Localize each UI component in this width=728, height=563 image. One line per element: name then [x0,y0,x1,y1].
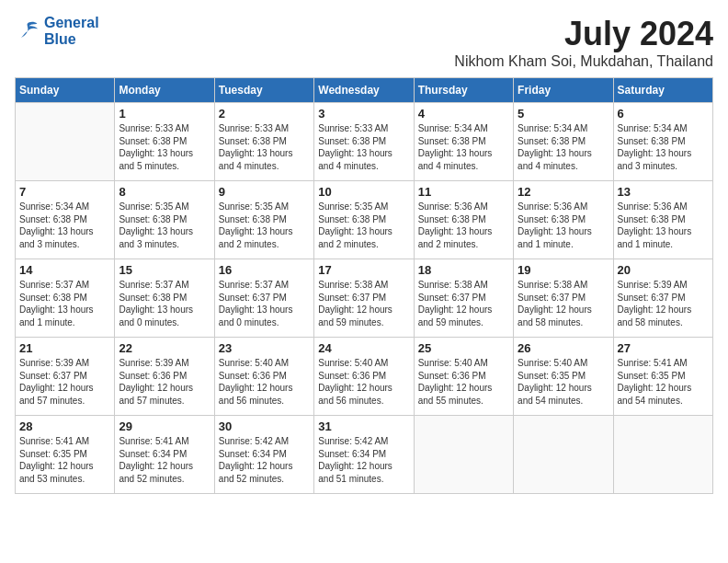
calendar-cell [613,416,712,494]
day-info: Sunrise: 5:40 AMSunset: 6:36 PMDaylight:… [418,357,509,407]
day-number: 16 [219,263,310,277]
day-info: Sunrise: 5:37 AMSunset: 6:38 PMDaylight:… [19,279,110,328]
calendar-week-1: 1Sunrise: 5:33 AMSunset: 6:38 PMDaylight… [16,103,713,181]
calendar-cell: 4Sunrise: 5:34 AMSunset: 6:38 PMDaylight… [414,103,513,181]
calendar-cell: 5Sunrise: 5:34 AMSunset: 6:38 PMDaylight… [514,103,613,181]
day-info: Sunrise: 5:39 AMSunset: 6:36 PMDaylight:… [119,357,210,407]
calendar-cell: 22Sunrise: 5:39 AMSunset: 6:36 PMDayligh… [115,338,214,416]
day-info: Sunrise: 5:38 AMSunset: 6:37 PMDaylight:… [318,279,409,328]
day-number: 15 [119,263,210,277]
day-number: 14 [19,263,110,277]
day-number: 1 [119,107,210,121]
day-info: Sunrise: 5:35 AMSunset: 6:38 PMDaylight:… [119,201,210,250]
calendar-cell: 20Sunrise: 5:39 AMSunset: 6:37 PMDayligh… [613,259,712,338]
day-info: Sunrise: 5:41 AMSunset: 6:35 PMDaylight:… [19,435,110,485]
logo-text: General Blue [44,15,99,47]
calendar-cell: 17Sunrise: 5:38 AMSunset: 6:37 PMDayligh… [314,259,414,338]
calendar-cell: 13Sunrise: 5:36 AMSunset: 6:38 PMDayligh… [613,181,712,259]
day-number: 22 [119,341,210,355]
calendar-header-friday: Friday [514,78,613,103]
logo: General Blue [15,15,99,47]
calendar-cell: 3Sunrise: 5:33 AMSunset: 6:38 PMDaylight… [314,103,414,181]
calendar-cell: 12Sunrise: 5:36 AMSunset: 6:38 PMDayligh… [514,181,613,259]
day-number: 7 [19,185,110,199]
day-info: Sunrise: 5:40 AMSunset: 6:36 PMDaylight:… [318,357,409,407]
day-number: 13 [618,185,709,199]
day-number: 6 [618,107,709,121]
day-info: Sunrise: 5:38 AMSunset: 6:37 PMDaylight:… [418,279,509,328]
day-info: Sunrise: 5:41 AMSunset: 6:35 PMDaylight:… [618,357,709,407]
calendar-cell: 19Sunrise: 5:38 AMSunset: 6:37 PMDayligh… [514,259,613,338]
day-number: 9 [219,185,310,199]
calendar-table: SundayMondayTuesdayWednesdayThursdayFrid… [15,77,713,494]
calendar-cell: 28Sunrise: 5:41 AMSunset: 6:35 PMDayligh… [16,416,115,494]
day-number: 27 [618,341,709,355]
calendar-cell: 21Sunrise: 5:39 AMSunset: 6:37 PMDayligh… [16,338,115,416]
main-title: July 2024 [454,15,713,53]
day-info: Sunrise: 5:36 AMSunset: 6:38 PMDaylight:… [618,201,709,250]
day-number: 4 [418,107,509,121]
day-number: 19 [518,263,609,277]
calendar-cell [16,103,115,181]
calendar-cell: 29Sunrise: 5:41 AMSunset: 6:34 PMDayligh… [115,416,214,494]
calendar-cell: 8Sunrise: 5:35 AMSunset: 6:38 PMDaylight… [115,181,214,259]
day-info: Sunrise: 5:37 AMSunset: 6:37 PMDaylight:… [219,279,310,328]
calendar-cell: 1Sunrise: 5:33 AMSunset: 6:38 PMDaylight… [115,103,214,181]
calendar-cell: 15Sunrise: 5:37 AMSunset: 6:38 PMDayligh… [115,259,214,338]
calendar-week-5: 28Sunrise: 5:41 AMSunset: 6:35 PMDayligh… [16,416,713,494]
calendar-cell: 30Sunrise: 5:42 AMSunset: 6:34 PMDayligh… [214,416,313,494]
day-number: 30 [219,419,310,433]
day-info: Sunrise: 5:42 AMSunset: 6:34 PMDaylight:… [318,435,409,485]
calendar-cell [514,416,613,494]
title-section: July 2024 Nikhom Kham Soi, Mukdahan, Tha… [454,15,713,70]
calendar-week-4: 21Sunrise: 5:39 AMSunset: 6:37 PMDayligh… [16,338,713,416]
calendar-cell: 9Sunrise: 5:35 AMSunset: 6:38 PMDaylight… [214,181,313,259]
day-number: 2 [219,107,310,121]
calendar-cell: 25Sunrise: 5:40 AMSunset: 6:36 PMDayligh… [414,338,513,416]
day-number: 28 [19,419,110,433]
day-number: 26 [518,341,609,355]
calendar-cell: 23Sunrise: 5:40 AMSunset: 6:36 PMDayligh… [214,338,313,416]
day-info: Sunrise: 5:39 AMSunset: 6:37 PMDaylight:… [19,357,110,407]
calendar-cell: 2Sunrise: 5:33 AMSunset: 6:38 PMDaylight… [214,103,313,181]
day-info: Sunrise: 5:36 AMSunset: 6:38 PMDaylight:… [518,201,609,250]
calendar-header-saturday: Saturday [613,78,712,103]
calendar-cell: 14Sunrise: 5:37 AMSunset: 6:38 PMDayligh… [16,259,115,338]
day-info: Sunrise: 5:34 AMSunset: 6:38 PMDaylight:… [518,122,609,172]
calendar-cell: 27Sunrise: 5:41 AMSunset: 6:35 PMDayligh… [613,338,712,416]
calendar-cell: 16Sunrise: 5:37 AMSunset: 6:37 PMDayligh… [214,259,313,338]
day-number: 18 [418,263,509,277]
logo-icon [15,18,40,44]
day-info: Sunrise: 5:40 AMSunset: 6:36 PMDaylight:… [219,357,310,407]
calendar-cell [414,416,513,494]
calendar-header-tuesday: Tuesday [214,78,313,103]
day-number: 23 [219,341,310,355]
calendar-cell: 7Sunrise: 5:34 AMSunset: 6:38 PMDaylight… [16,181,115,259]
calendar-header-row: SundayMondayTuesdayWednesdayThursdayFrid… [16,78,713,103]
calendar-cell: 31Sunrise: 5:42 AMSunset: 6:34 PMDayligh… [314,416,414,494]
day-number: 17 [318,263,409,277]
day-number: 12 [518,185,609,199]
day-number: 20 [618,263,709,277]
day-number: 11 [418,185,509,199]
day-info: Sunrise: 5:34 AMSunset: 6:38 PMDaylight:… [418,122,509,172]
calendar-cell: 18Sunrise: 5:38 AMSunset: 6:37 PMDayligh… [414,259,513,338]
calendar-cell: 11Sunrise: 5:36 AMSunset: 6:38 PMDayligh… [414,181,513,259]
day-number: 31 [318,419,409,433]
day-info: Sunrise: 5:40 AMSunset: 6:35 PMDaylight:… [518,357,609,407]
day-info: Sunrise: 5:37 AMSunset: 6:38 PMDaylight:… [119,279,210,328]
day-number: 8 [119,185,210,199]
day-number: 24 [318,341,409,355]
calendar-cell: 10Sunrise: 5:35 AMSunset: 6:38 PMDayligh… [314,181,414,259]
day-info: Sunrise: 5:33 AMSunset: 6:38 PMDaylight:… [318,122,409,172]
page-header: General Blue July 2024 Nikhom Kham Soi, … [15,15,713,70]
calendar-header-monday: Monday [115,78,214,103]
day-number: 25 [418,341,509,355]
day-number: 3 [318,107,409,121]
day-info: Sunrise: 5:34 AMSunset: 6:38 PMDaylight:… [618,122,709,172]
day-info: Sunrise: 5:34 AMSunset: 6:38 PMDaylight:… [19,201,110,250]
calendar-week-3: 14Sunrise: 5:37 AMSunset: 6:38 PMDayligh… [16,259,713,338]
day-info: Sunrise: 5:36 AMSunset: 6:38 PMDaylight:… [418,201,509,250]
calendar-header-wednesday: Wednesday [314,78,414,103]
day-number: 10 [318,185,409,199]
